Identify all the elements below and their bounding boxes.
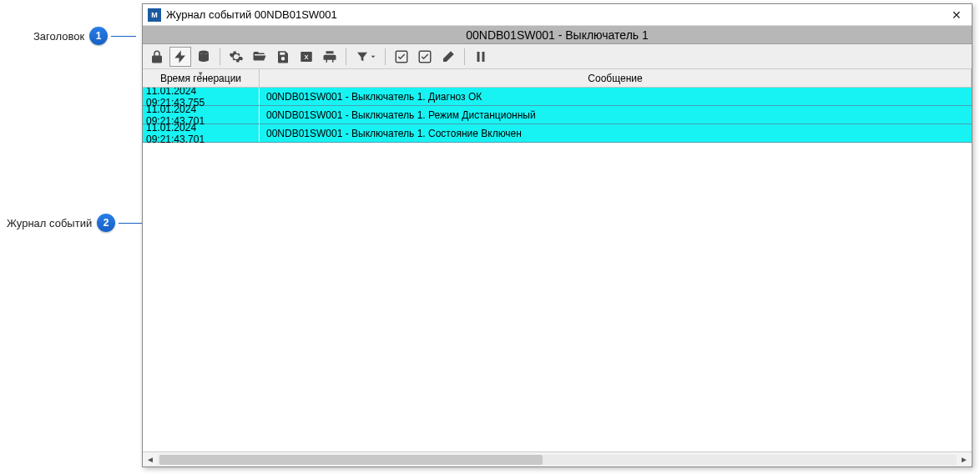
column-header-time[interactable]: ▾ Время генерации [143,69,260,87]
database-icon [196,49,211,64]
annotation-log-badge: 2 [97,214,115,232]
table-row[interactable]: 11.01.2024 09:21:43.701 00NDB01SW001 - В… [143,124,972,143]
page-header: 00NDB01SW001 - Выключатель 1 [143,26,972,44]
column-header-message[interactable]: Сообщение [260,69,972,87]
folder-open-icon [252,49,267,64]
annotation-log: Журнал событий 2 [7,214,144,232]
window-title: Журнал событий 00NDB01SW001 [166,8,947,21]
check-all-button[interactable] [391,47,412,67]
filter-icon [356,49,369,64]
close-button[interactable]: ✕ [947,7,967,23]
scroll-right-button[interactable]: ► [957,453,972,466]
lock-button[interactable] [146,47,168,67]
table-row[interactable]: 11.01.2024 09:21:43.755 00NDB01SW001 - В… [143,88,972,106]
save-button[interactable] [272,47,294,67]
page-header-text: 00NDB01SW001 - Выключатель 1 [466,28,649,42]
annotation-header: Заголовок 1 [33,27,136,45]
cell-message: 00NDB01SW001 - Выключатель 1. Диагноз ОК [260,88,972,105]
uncheck-all-button[interactable] [414,47,436,67]
annotation-line [111,36,136,37]
toolbar-separator [464,48,465,65]
print-button[interactable] [319,47,341,67]
annotation-header-label: Заголовок [33,30,84,43]
bolt-icon [173,49,188,64]
svg-rect-5 [477,52,480,62]
toolbar: X [143,44,972,69]
chevron-down-icon [370,49,376,64]
filter-button[interactable] [351,47,380,67]
cell-message: 00NDB01SW001 - Выключатель 1. Режим Дист… [260,106,972,124]
excel-export-button[interactable]: X [296,47,317,67]
pause-icon [473,49,488,64]
horizontal-scrollbar[interactable]: ◄ ► [143,451,972,466]
column-headers: ▾ Время генерации Сообщение [143,69,972,88]
sort-descending-icon: ▾ [199,70,203,78]
cell-time: 11.01.2024 09:21:43.701 [143,124,260,142]
toolbar-separator [346,48,346,65]
table-row[interactable]: 11.01.2024 09:21:43.701 00NDB01SW001 - В… [143,106,972,124]
eraser-button[interactable] [437,47,459,67]
eraser-icon [441,49,456,64]
database-button[interactable] [193,47,215,67]
annotation-header-badge: 1 [89,27,108,45]
grid-body[interactable]: 11.01.2024 09:21:43.755 00NDB01SW001 - В… [143,88,972,451]
event-log-window: M Журнал событий 00NDB01SW001 ✕ 00NDB01S… [142,3,972,467]
check-square-icon [394,49,409,64]
bolt-button[interactable] [169,47,191,67]
lock-icon [149,49,164,64]
scroll-thumb[interactable] [159,455,543,465]
toolbar-separator [220,48,220,65]
svg-rect-6 [482,52,485,62]
save-icon [275,49,290,64]
annotation-log-label: Журнал событий [7,217,92,229]
scroll-left-button[interactable]: ◄ [143,453,158,466]
pause-button[interactable] [470,47,492,67]
settings-button[interactable] [225,47,247,67]
scroll-track[interactable] [158,455,957,465]
svg-text:X: X [304,53,308,61]
excel-export-icon: X [299,49,314,64]
svg-point-0 [199,50,209,54]
print-icon [322,49,337,64]
open-button[interactable] [249,47,270,67]
toolbar-separator [385,48,386,65]
titlebar: M Журнал событий 00NDB01SW001 ✕ [143,4,972,26]
cell-message: 00NDB01SW001 - Выключатель 1. Состояние … [260,124,972,142]
annotation-line [119,223,144,224]
app-icon: M [148,8,161,22]
check-square-icon [417,49,432,64]
column-header-message-label: Сообщение [588,73,642,84]
gear-icon [229,49,244,64]
